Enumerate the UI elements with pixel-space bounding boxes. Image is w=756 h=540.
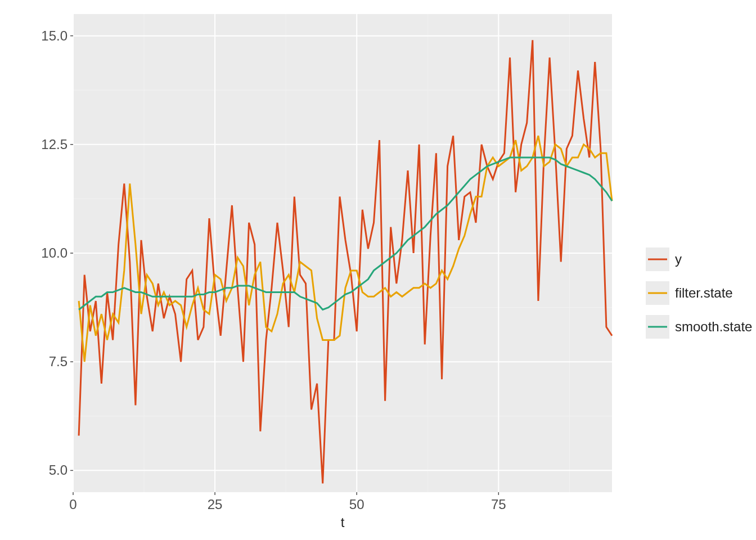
y-tick-label: 15.0 [41,28,68,43]
x-tick-label: 0 [69,497,76,512]
legend-label: smooth.state [675,319,752,334]
y-tick-label: 10.0 [41,245,68,260]
x-tick-label: 25 [208,497,223,512]
legend-label: filter.state [675,285,733,300]
chart-root: 5.07.510.012.515.00255075tyfilter.states… [0,0,756,540]
x-tick-label: 75 [491,497,506,512]
y-tick-label: 5.0 [49,462,68,478]
y-tick-label: 12.5 [41,137,68,152]
chart-svg: 5.07.510.012.515.00255075tyfilter.states… [0,0,756,540]
y-tick-label: 7.5 [49,354,68,369]
legend-label: y [675,251,682,267]
x-axis-title: t [341,515,345,530]
x-tick-label: 50 [349,497,364,512]
